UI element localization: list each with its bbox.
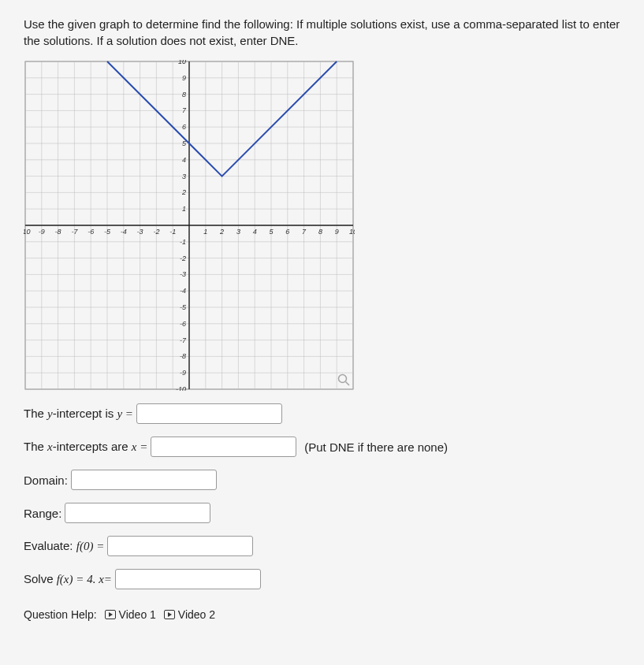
evaluate-label: Evaluate: f(0) = (24, 539, 104, 553)
svg-text:-4: -4 (180, 287, 186, 295)
svg-text:-4: -4 (121, 228, 127, 236)
svg-text:-10: -10 (24, 228, 31, 236)
svg-text:-1: -1 (169, 228, 176, 236)
svg-text:-6: -6 (87, 228, 94, 236)
video2-link[interactable]: Video 2 (164, 608, 215, 621)
instructions-text: Use the given graph to determine find th… (24, 16, 620, 49)
svg-text:2: 2 (181, 188, 186, 196)
video2-label: Video 2 (178, 608, 215, 621)
svg-text:-10: -10 (176, 385, 186, 391)
magnify-icon[interactable] (337, 373, 350, 386)
play-icon (105, 610, 116, 619)
video1-link[interactable]: Video 1 (105, 608, 156, 621)
svg-text:5: 5 (269, 228, 274, 236)
range-row: Range: (24, 503, 620, 523)
y-intercept-input[interactable] (136, 403, 282, 424)
video1-label: Video 1 (119, 608, 156, 621)
y-intercept-label: The y-intercept is y = (24, 407, 133, 421)
svg-text:-3: -3 (137, 228, 143, 236)
svg-text:3: 3 (182, 173, 186, 180)
svg-text:8: 8 (182, 91, 186, 98)
x-intercept-label: The x-intercepts are x = (24, 440, 147, 454)
solve-row: Solve f(x) = 4. x= (24, 569, 620, 589)
svg-text:-2: -2 (180, 254, 186, 262)
question-help-row: Question Help: Video 1 Video 2 (24, 608, 620, 621)
svg-marker-88 (109, 612, 113, 617)
evaluate-row: Evaluate: f(0) = (24, 536, 620, 556)
solve-label: Solve f(x) = 4. x= (24, 572, 112, 586)
svg-text:-8: -8 (180, 352, 186, 360)
svg-text:2: 2 (219, 228, 224, 236)
svg-text:-5: -5 (180, 303, 187, 311)
svg-text:4: 4 (182, 156, 186, 164)
svg-text:3: 3 (236, 228, 240, 236)
svg-text:-6: -6 (180, 320, 186, 328)
svg-text:1: 1 (203, 228, 207, 236)
svg-text:10: 10 (178, 60, 186, 65)
range-label: Range: (24, 507, 61, 520)
svg-text:6: 6 (182, 123, 186, 131)
svg-text:-7: -7 (180, 336, 187, 344)
solve-input[interactable] (115, 569, 261, 589)
domain-input[interactable] (71, 470, 217, 490)
svg-text:-8: -8 (55, 228, 61, 236)
svg-text:4: 4 (253, 228, 257, 236)
svg-text:9: 9 (182, 74, 186, 82)
x-intercept-input[interactable] (151, 437, 296, 457)
x-intercept-row: The x-intercepts are x = (Put DNE if the… (24, 437, 620, 457)
svg-point-85 (339, 375, 347, 383)
svg-text:-2: -2 (153, 228, 159, 236)
svg-text:6: 6 (285, 228, 289, 236)
svg-text:-9: -9 (39, 228, 45, 236)
domain-row: Domain: (24, 470, 620, 490)
svg-marker-90 (168, 612, 172, 617)
svg-text:-3: -3 (180, 270, 186, 278)
svg-text:-7: -7 (71, 228, 78, 236)
range-input[interactable] (65, 503, 210, 523)
svg-text:10: 10 (349, 228, 355, 236)
domain-label: Domain: (24, 474, 68, 487)
svg-text:-5: -5 (104, 228, 111, 236)
svg-text:1: 1 (182, 205, 186, 213)
svg-text:-1: -1 (180, 238, 186, 246)
svg-line-86 (346, 382, 350, 386)
y-intercept-row: The y-intercept is y = (24, 403, 620, 424)
question-help-label: Question Help: (24, 608, 97, 621)
evaluate-input[interactable] (107, 536, 253, 556)
svg-text:9: 9 (335, 228, 339, 236)
play-icon (164, 610, 175, 619)
graph: -10-9-8-7-6-5-4-3-2-11234567891010987654… (24, 60, 355, 391)
svg-text:8: 8 (318, 228, 322, 236)
svg-text:-9: -9 (180, 369, 186, 377)
svg-text:7: 7 (302, 228, 307, 236)
x-intercept-hint: (Put DNE if there are none) (304, 440, 448, 454)
